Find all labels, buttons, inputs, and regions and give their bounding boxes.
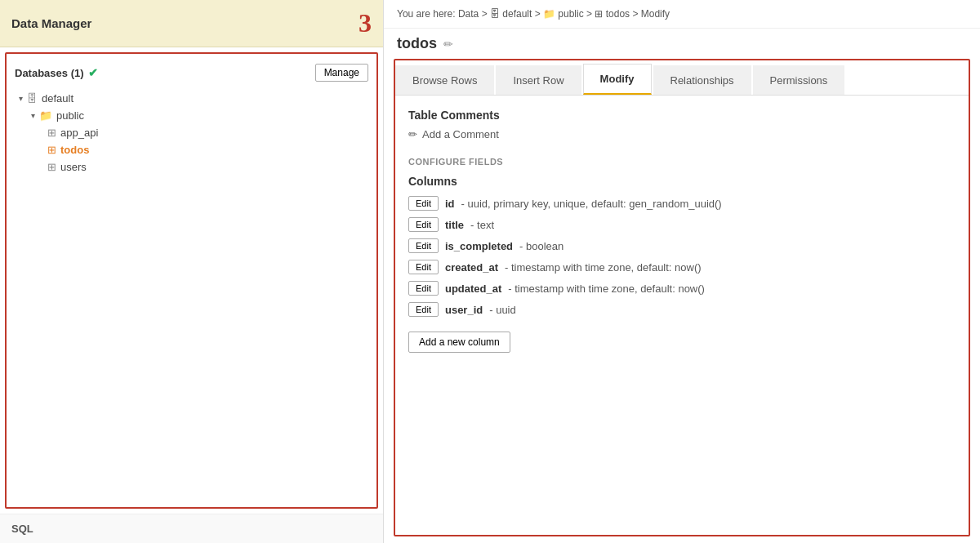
- folder-icon: 📁: [39, 109, 52, 122]
- table-icon-todos: ⊞: [47, 144, 56, 156]
- page-header: todos ✏: [384, 29, 980, 52]
- page-title: todos: [397, 35, 437, 52]
- check-icon: ✔: [88, 66, 98, 79]
- edit-button-title[interactable]: Edit: [408, 217, 439, 232]
- sql-label: SQL: [11, 523, 33, 535]
- sidebar-content: Databases (1) ✔ Manage ▾ 🗄 default ▾ 📁 p…: [5, 52, 378, 509]
- column-row-id: Edit id - uuid, primary key, unique, def…: [408, 196, 956, 211]
- tab-modify-content: Table Comments ✏ Add a Comment CONFIGURE…: [395, 96, 969, 366]
- tree-label-todos: todos: [60, 144, 89, 156]
- main-content: You are here: Data > 🗄 default > 📁 publi…: [384, 0, 980, 543]
- column-desc-user-id: - uuid: [489, 304, 516, 316]
- tree-label-users: users: [60, 161, 87, 173]
- chevron-down-icon: ▾: [19, 94, 23, 103]
- column-row-created-at: Edit created_at - timestamp with time zo…: [408, 260, 956, 274]
- column-name-updated-at: updated_at: [445, 283, 501, 295]
- edit-button-updated-at[interactable]: Edit: [408, 281, 439, 296]
- sidebar: Data Manager 3 Databases (1) ✔ Manage ▾ …: [0, 0, 384, 543]
- sql-section[interactable]: SQL: [0, 514, 383, 543]
- table-icon-users: ⊞: [47, 161, 56, 173]
- tree-label-app-api: app_api: [60, 127, 98, 139]
- tab-relationships[interactable]: Relationships: [653, 65, 751, 95]
- tree-item-app-api[interactable]: ⊞ app_api: [15, 124, 368, 141]
- chevron-down-icon-2: ▾: [31, 111, 35, 120]
- tree-label-public: public: [56, 109, 84, 122]
- tree-item-public[interactable]: ▾ 📁 public: [15, 107, 368, 124]
- table-comments-title: Table Comments: [408, 109, 956, 122]
- columns-title: Columns: [408, 175, 956, 188]
- breadcrumb: You are here: Data > 🗄 default > 📁 publi…: [384, 0, 980, 29]
- databases-label: Databases (1) ✔: [15, 66, 98, 79]
- databases-header: Databases (1) ✔ Manage: [15, 64, 368, 82]
- column-row-is-completed: Edit is_completed - boolean: [408, 238, 956, 253]
- column-name-title: title: [445, 219, 464, 231]
- configure-fields-label: CONFIGURE FIELDS: [408, 157, 956, 167]
- add-column-button[interactable]: Add a new column: [408, 332, 510, 353]
- tab-modify[interactable]: Modify: [583, 64, 652, 95]
- manage-button[interactable]: Manage: [315, 64, 368, 82]
- tab-insert-row[interactable]: Insert Row: [496, 65, 581, 95]
- sidebar-header: Data Manager 3: [0, 0, 383, 47]
- step-badge: 3: [359, 8, 372, 38]
- edit-button-user-id[interactable]: Edit: [408, 302, 439, 317]
- tab-browse-rows[interactable]: Browse Rows: [395, 65, 494, 95]
- column-name-user-id: user_id: [445, 304, 483, 316]
- column-row-user-id: Edit user_id - uuid: [408, 302, 956, 317]
- column-desc-title: - text: [470, 219, 494, 231]
- edit-icon[interactable]: ✏: [443, 38, 453, 51]
- column-desc-id: - uuid, primary key, unique, default: ge…: [461, 198, 722, 210]
- main-bordered-area: Browse Rows Insert Row Modify Relationsh…: [394, 59, 970, 536]
- column-desc-updated-at: - timestamp with time zone, default: now…: [508, 283, 705, 295]
- edit-button-is-completed[interactable]: Edit: [408, 238, 439, 253]
- column-row-title: Edit title - text: [408, 217, 956, 232]
- column-name-is-completed: is_completed: [445, 240, 513, 252]
- tabs-bar: Browse Rows Insert Row Modify Relationsh…: [395, 60, 969, 96]
- tree-label-default: default: [42, 92, 74, 105]
- column-desc-created-at: - timestamp with time zone, default: now…: [505, 261, 702, 274]
- edit-comment-icon: ✏: [408, 128, 417, 140]
- column-name-id: id: [445, 198, 455, 210]
- add-comment-link[interactable]: ✏ Add a Comment: [408, 128, 956, 140]
- edit-button-created-at[interactable]: Edit: [408, 260, 439, 274]
- column-name-created-at: created_at: [445, 261, 498, 274]
- tree-item-default[interactable]: ▾ 🗄 default: [15, 90, 368, 107]
- column-desc-is-completed: - boolean: [519, 240, 564, 252]
- column-row-updated-at: Edit updated_at - timestamp with time zo…: [408, 281, 956, 296]
- edit-button-id[interactable]: Edit: [408, 196, 439, 211]
- database-icon: 🗄: [27, 92, 38, 105]
- tree-item-users[interactable]: ⊞ users: [15, 158, 368, 176]
- tab-permissions[interactable]: Permissions: [753, 65, 845, 95]
- sidebar-title: Data Manager: [11, 16, 91, 30]
- table-icon-app-api: ⊞: [47, 127, 56, 139]
- tree-item-todos[interactable]: ⊞ todos: [15, 141, 368, 158]
